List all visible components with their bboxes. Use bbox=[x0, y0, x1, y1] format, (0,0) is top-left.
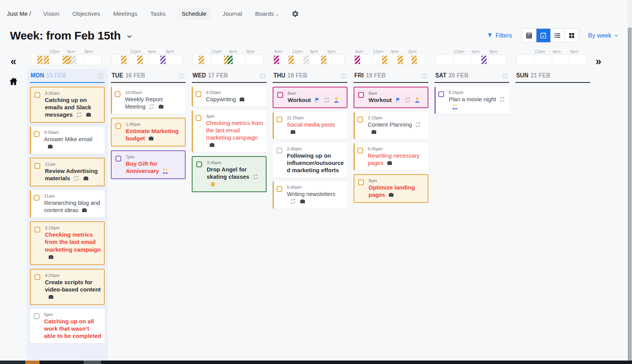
task-checkbox[interactable] bbox=[34, 131, 40, 137]
task-card[interactable]: 5pmCatching up on all work that wasn’t a… bbox=[30, 309, 105, 343]
task-checkbox[interactable] bbox=[277, 92, 283, 98]
view-button-calendar-check[interactable] bbox=[536, 29, 550, 42]
task-checkbox[interactable] bbox=[35, 274, 40, 280]
task-card[interactable]: 9:30amAnswer Mike email bbox=[30, 127, 105, 154]
chevron-down-icon bbox=[614, 33, 619, 38]
task-checkbox[interactable] bbox=[276, 117, 282, 122]
tick-label: 8pm bbox=[85, 49, 93, 54]
add-task-calendar-icon[interactable] bbox=[97, 72, 104, 79]
timeline-tick-labels: 12pm4pm8pm bbox=[112, 48, 183, 54]
task-checkbox[interactable] bbox=[276, 186, 282, 192]
task-card[interactable]: 9:30amCatching up on emails and Slack me… bbox=[30, 87, 105, 123]
task-checkbox[interactable] bbox=[35, 163, 40, 169]
week-title-dropdown[interactable]: Week: from Feb 15th bbox=[10, 29, 133, 42]
task-card[interactable]: 11amResearching blog and content ideas bbox=[30, 190, 105, 217]
timeline-strip[interactable] bbox=[435, 54, 506, 65]
settings-gear-icon[interactable] bbox=[291, 10, 299, 18]
task-checkbox[interactable] bbox=[196, 161, 202, 167]
nav-item-vision[interactable]: Vision bbox=[42, 8, 61, 20]
task-card[interactable]: 6:45pmWriting newsletters bbox=[273, 181, 347, 209]
task-card[interactable]: 8amWorkout bbox=[273, 87, 347, 108]
task-card[interactable]: 3pmChecking metrics from the last email … bbox=[192, 110, 267, 152]
timeline-strip[interactable] bbox=[354, 54, 425, 65]
tick-label: 12pm bbox=[292, 49, 303, 54]
task-checkbox[interactable] bbox=[438, 91, 444, 97]
nav-item-schedule[interactable]: Schedule bbox=[177, 8, 211, 20]
horizontal-scrollbar[interactable] bbox=[0, 361, 632, 364]
task-checkbox[interactable] bbox=[115, 91, 120, 97]
view-button-calendar-grid[interactable] bbox=[522, 29, 536, 42]
task-card[interactable]: 11:25amSocial media posts bbox=[273, 112, 347, 139]
add-task-calendar-icon[interactable] bbox=[502, 72, 509, 79]
workspace-context[interactable]: Just Me / bbox=[7, 10, 31, 17]
hscroll-thumb[interactable] bbox=[84, 361, 101, 364]
timeline-strip[interactable] bbox=[273, 54, 344, 65]
timeline-strip[interactable] bbox=[193, 54, 263, 65]
task-body: 5pmCatching up on all work that wasn’t a… bbox=[44, 312, 102, 339]
next-week-button[interactable]: » bbox=[596, 56, 601, 67]
add-task-calendar-icon[interactable] bbox=[340, 72, 347, 79]
task-card[interactable]: 10:05amWeekly Report Meeting bbox=[111, 87, 186, 114]
task-title: Estimate Marketing budget bbox=[126, 127, 182, 142]
nav-item-tasks[interactable]: Tasks bbox=[149, 8, 167, 20]
repeat-icon bbox=[76, 112, 82, 118]
view-button-grid-view[interactable] bbox=[565, 29, 579, 42]
task-time: 5pm bbox=[44, 312, 102, 317]
nav-item-boards[interactable]: Boards⌄ bbox=[253, 8, 280, 20]
task-card[interactable]: 5:45pmRewriting necessary pages bbox=[354, 143, 428, 170]
nav-item-objectives[interactable]: Objectives bbox=[71, 8, 102, 20]
task-title-text: Writing newsletters bbox=[287, 191, 335, 197]
orange-timeline-bar bbox=[288, 56, 294, 64]
task-checkbox[interactable] bbox=[196, 115, 201, 121]
task-card[interactable]: 1:45pmEstimate Marketing budget bbox=[111, 118, 186, 147]
timeline-strip[interactable] bbox=[112, 54, 183, 65]
task-checkbox[interactable] bbox=[35, 227, 40, 232]
couple-icon bbox=[451, 104, 458, 110]
task-checkbox[interactable] bbox=[115, 156, 121, 161]
day-name: MON bbox=[31, 72, 44, 79]
task-checkbox[interactable] bbox=[357, 148, 363, 153]
previous-week-button[interactable]: « bbox=[10, 56, 16, 67]
task-card[interactable]: 3:15pmChecking metrics from the last ema… bbox=[30, 221, 105, 265]
timeline-strip[interactable] bbox=[31, 54, 102, 65]
task-card[interactable]: 4:20pmCreate scripts for video-based con… bbox=[30, 269, 105, 305]
timeline-strip[interactable] bbox=[516, 54, 587, 65]
repeat-icon bbox=[404, 97, 411, 103]
task-card[interactable]: 2:45pmFollowing up on influencer/outsour… bbox=[273, 143, 347, 178]
task-card[interactable]: 11amReview Advertising materials bbox=[30, 158, 105, 186]
task-card[interactable]: 9:20amCopywriting bbox=[192, 87, 267, 107]
task-checkbox[interactable] bbox=[35, 92, 40, 98]
view-button-list-view[interactable] bbox=[550, 29, 565, 42]
add-task-calendar-icon[interactable] bbox=[178, 72, 185, 79]
page-title: Week: from Feb 15th bbox=[10, 29, 121, 42]
task-card[interactable]: 8amWorkout bbox=[354, 87, 428, 108]
day-header: SAT20 FEB bbox=[434, 69, 509, 83]
task-checkbox[interactable] bbox=[196, 91, 201, 97]
task-card[interactable]: 7pmBuy Gift for Anniversary bbox=[111, 150, 186, 179]
add-task-calendar-icon[interactable] bbox=[421, 72, 428, 79]
range-selector[interactable]: By week bbox=[588, 32, 619, 39]
task-checkbox[interactable] bbox=[115, 123, 121, 129]
vertical-scrollbar-thumb[interactable] bbox=[628, 28, 632, 361]
task-card[interactable]: 6:25pmPlan a movie night bbox=[434, 87, 509, 114]
vertical-scrollbar[interactable] bbox=[627, 0, 632, 364]
flag-icon bbox=[395, 97, 402, 103]
tick-line bbox=[326, 55, 327, 65]
task-card[interactable]: 2:15pmContent Planning bbox=[354, 112, 428, 139]
task-checkbox[interactable] bbox=[34, 313, 40, 319]
day-panel: TUE16 FEB10:05amWeekly Report Meeting1:4… bbox=[108, 69, 189, 357]
home-icon[interactable] bbox=[8, 77, 18, 87]
nav-item-meetings[interactable]: Meetings bbox=[112, 8, 139, 20]
task-checkbox[interactable] bbox=[34, 195, 40, 201]
task-checkbox[interactable] bbox=[358, 92, 364, 98]
task-card[interactable]: 9pmOptimize landing pages bbox=[354, 174, 428, 203]
filters-button[interactable]: Filters bbox=[487, 32, 512, 39]
day-date: 18 FEB bbox=[288, 72, 308, 79]
task-checkbox[interactable] bbox=[276, 148, 282, 153]
nav-item-journal[interactable]: Journal bbox=[221, 8, 244, 20]
task-checkbox[interactable] bbox=[357, 117, 363, 122]
add-task-calendar-icon[interactable] bbox=[259, 72, 266, 79]
mini-timeline: 8am12pm4pm8pm bbox=[351, 48, 431, 65]
task-checkbox[interactable] bbox=[358, 180, 364, 185]
task-card[interactable]: 3:45pmDrop Angel for skating classes bbox=[192, 156, 267, 192]
